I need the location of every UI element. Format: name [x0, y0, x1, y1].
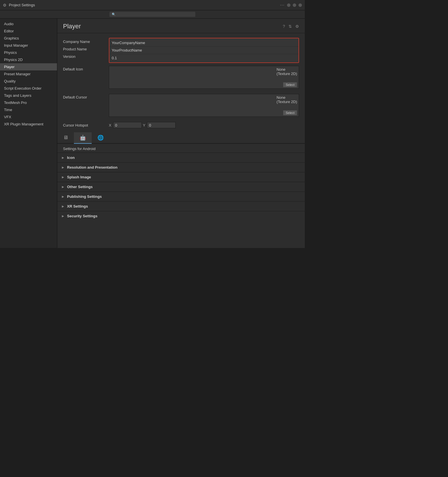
- page-title: Player: [63, 23, 81, 30]
- accordion-splash: ▶ Splash Image: [57, 172, 305, 182]
- default-cursor-row: Default Cursor None (Texture 2D) Select: [63, 94, 299, 120]
- maximize-button[interactable]: [293, 3, 296, 7]
- product-name-label: Product Name: [63, 45, 109, 53]
- content-area: Player ? ⇅ ⚙ Company Name Product Name V…: [57, 19, 305, 248]
- sidebar: Audio Editor Graphics Input Manager Phys…: [0, 19, 57, 248]
- sidebar-item-script-execution-order[interactable]: Script Execution Order: [0, 85, 57, 92]
- accordion-resolution: ▶ Resolution and Presentation: [57, 162, 305, 172]
- sidebar-item-tags-and-layers[interactable]: Tags and Layers: [0, 92, 57, 99]
- version-row: [109, 54, 298, 62]
- searchbar: 🔍: [0, 10, 305, 19]
- default-cursor-box: None (Texture 2D) Select: [109, 94, 299, 117]
- cpv-inputs: [109, 38, 299, 63]
- accordion-splash-arrow: ▶: [62, 176, 64, 179]
- sidebar-item-physics-2d[interactable]: Physics 2D: [0, 56, 57, 63]
- sidebar-item-player[interactable]: Player: [0, 63, 57, 70]
- accordion-other: ▶ Other Settings: [57, 182, 305, 192]
- window-controls: ⋯: [280, 2, 302, 8]
- settings-icon[interactable]: ⚙: [295, 24, 299, 29]
- default-icon-texture-label: (Texture 2D): [276, 72, 297, 76]
- gear-icon: ⚙: [3, 3, 7, 7]
- sidebar-item-preset-manager[interactable]: Preset Manager: [0, 70, 57, 78]
- settings-platform-label: Settings for Android: [57, 144, 305, 153]
- accordion-other-title: Other Settings: [67, 185, 93, 189]
- default-icon-label: Default Icon: [63, 66, 109, 71]
- sidebar-item-editor[interactable]: Editor: [0, 27, 57, 35]
- sidebar-item-physics[interactable]: Physics: [0, 49, 57, 56]
- player-form: Company Name Product Name Version: [57, 33, 305, 128]
- sidebar-item-quality[interactable]: Quality: [0, 78, 57, 85]
- hotspot-y-input[interactable]: [147, 122, 176, 128]
- platform-tabs: 🖥 🤖 🌐: [57, 132, 305, 144]
- product-name-row: [109, 47, 298, 54]
- accordion-icon-arrow: ▶: [62, 156, 64, 159]
- default-cursor-select-button[interactable]: Select: [283, 110, 297, 115]
- accordion-icon-title: Icon: [67, 155, 75, 160]
- default-icon-none-label: None: [276, 67, 297, 72]
- version-input[interactable]: [109, 55, 298, 61]
- default-icon-select-button[interactable]: Select: [283, 82, 297, 87]
- accordion-publishing-header[interactable]: ▶ Publishing Settings: [57, 192, 305, 201]
- titlebar: ⚙ Project Settings ⋯: [0, 0, 305, 10]
- default-cursor-label: Default Cursor: [63, 94, 109, 99]
- default-icon-row: Default Icon None (Texture 2D) Select: [63, 66, 299, 92]
- search-wrap: 🔍: [109, 12, 195, 17]
- accordion-icon-header[interactable]: ▶ Icon: [57, 153, 305, 162]
- default-icon-none-text: None (Texture 2D): [276, 67, 297, 76]
- sidebar-item-xr-plugin-management[interactable]: XR Plugin Management: [0, 121, 57, 128]
- accordion-publishing: ▶ Publishing Settings: [57, 192, 305, 201]
- accordion-xr-header[interactable]: ▶ XR Settings: [57, 202, 305, 211]
- hotspot-fields: X Y: [109, 122, 176, 128]
- hotspot-x-input[interactable]: [113, 122, 142, 128]
- default-icon-box: None (Texture 2D) Select: [109, 66, 299, 89]
- sidebar-item-textmesh-pro[interactable]: TextMesh Pro: [0, 99, 57, 106]
- cursor-hotspot-label: Cursor Hotspot: [63, 123, 109, 127]
- accordion-security: ▶ Security Settings: [57, 211, 305, 221]
- content-header: Player ? ⇅ ⚙: [57, 19, 305, 33]
- accordion-splash-header[interactable]: ▶ Splash Image: [57, 172, 305, 182]
- layout-icon[interactable]: ⇅: [288, 24, 292, 29]
- accordion-other-header[interactable]: ▶ Other Settings: [57, 182, 305, 192]
- main-layout: Audio Editor Graphics Input Manager Phys…: [0, 19, 305, 248]
- accordion-splash-title: Splash Image: [67, 175, 91, 179]
- default-cursor-none-label: None: [276, 95, 297, 100]
- accordion-resolution-header[interactable]: ▶ Resolution and Presentation: [57, 163, 305, 172]
- sidebar-item-time[interactable]: Time: [0, 106, 57, 113]
- close-button[interactable]: [298, 3, 302, 7]
- tab-webgl[interactable]: 🌐: [92, 132, 109, 144]
- accordion-other-arrow: ▶: [62, 185, 64, 188]
- tab-android[interactable]: 🤖: [74, 132, 92, 144]
- default-cursor-texture-label: (Texture 2D): [276, 100, 297, 104]
- accordion-security-arrow: ▶: [62, 214, 64, 218]
- accordion-publishing-arrow: ▶: [62, 195, 64, 198]
- company-name-row: [109, 39, 298, 47]
- ellipsis-icon[interactable]: ⋯: [280, 2, 285, 8]
- accordion-security-header[interactable]: ▶ Security Settings: [57, 211, 305, 221]
- sidebar-item-graphics[interactable]: Graphics: [0, 35, 57, 42]
- sidebar-item-vfx[interactable]: VFX: [0, 113, 57, 121]
- sidebar-item-input-manager[interactable]: Input Manager: [0, 42, 57, 49]
- accordion-xr-title: XR Settings: [67, 204, 88, 208]
- hotspot-x-axis-label: X: [109, 123, 111, 127]
- accordion-resolution-title: Resolution and Presentation: [67, 165, 117, 169]
- accordion-publishing-title: Publishing Settings: [67, 194, 102, 199]
- cursor-hotspot-row: Cursor Hotspot X Y: [63, 122, 299, 128]
- accordion-security-title: Security Settings: [67, 214, 97, 218]
- search-icon: 🔍: [112, 13, 116, 16]
- help-icon[interactable]: ?: [283, 24, 285, 29]
- accordion-xr-arrow: ▶: [62, 205, 64, 208]
- header-actions: ? ⇅ ⚙: [283, 24, 299, 29]
- accordion-xr: ▶ XR Settings: [57, 201, 305, 211]
- company-name-label: Company Name: [63, 38, 109, 45]
- accordion-resolution-arrow: ▶: [62, 166, 64, 169]
- cpv-block: Company Name Product Name Version: [63, 38, 299, 63]
- company-name-input[interactable]: [109, 40, 298, 46]
- version-label: Version: [63, 53, 109, 60]
- window-title: Project Settings: [9, 3, 35, 7]
- tab-desktop[interactable]: 🖥: [57, 132, 74, 144]
- product-name-input[interactable]: [109, 48, 298, 53]
- sidebar-item-audio[interactable]: Audio: [0, 20, 57, 27]
- accordion-icon: ▶ Icon: [57, 153, 305, 162]
- search-input[interactable]: [117, 12, 193, 16]
- minimize-button[interactable]: [287, 3, 290, 7]
